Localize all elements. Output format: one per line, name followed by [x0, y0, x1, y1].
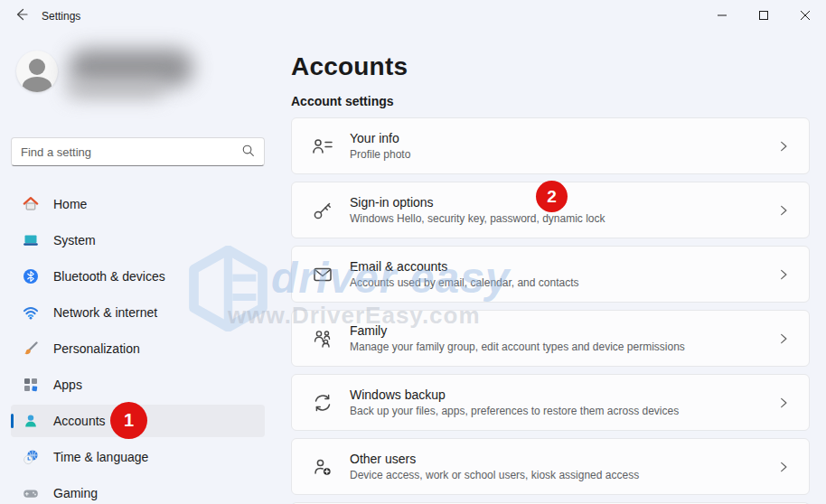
chevron-right-icon — [776, 460, 791, 474]
search-box[interactable] — [11, 137, 265, 166]
back-arrow-icon — [14, 7, 28, 25]
search-icon — [241, 144, 255, 161]
card-email-accounts[interactable]: Email & accounts Accounts used by email,… — [291, 246, 810, 303]
sidebar-item-home[interactable]: Home — [11, 188, 265, 220]
selected-indicator — [11, 414, 14, 428]
card-family[interactable]: Family Manage your family group, edit ac… — [291, 310, 810, 367]
card-title: Family — [350, 323, 685, 338]
sidebar-item-system[interactable]: System — [11, 224, 265, 257]
sidebar-item-label: Bluetooth & devices — [53, 269, 165, 284]
sidebar-item-label: Home — [53, 197, 87, 211]
apps-icon — [23, 377, 39, 393]
sidebar-item-time-language[interactable]: Time & language — [11, 441, 265, 473]
card-subtitle: Manage your family group, edit account t… — [350, 341, 685, 353]
personalization-icon — [23, 341, 39, 357]
home-icon — [23, 196, 39, 212]
card-title: Your info — [350, 131, 410, 145]
maximize-button[interactable] — [743, 0, 784, 33]
sidebar-item-label: Gaming — [53, 486, 98, 500]
step-badge-1: 1 — [110, 402, 147, 439]
window-body: Home System Bluetooth & devices Network … — [0, 33, 826, 504]
sidebar-item-label: Apps — [53, 378, 82, 392]
sidebar-nav: Home System Bluetooth & devices Network … — [0, 188, 276, 504]
sidebar: Home System Bluetooth & devices Network … — [0, 33, 276, 504]
back-button[interactable] — [0, 0, 42, 33]
email-accounts-icon — [312, 264, 333, 285]
card-title: Windows backup — [350, 387, 679, 402]
user-email-blurred — [65, 79, 164, 99]
sidebar-item-apps[interactable]: Apps — [11, 369, 265, 401]
avatar — [16, 51, 58, 92]
sidebar-item-accounts[interactable]: Accounts 1 — [11, 405, 265, 437]
step-badge-2: 2 — [536, 181, 568, 212]
card-subtitle: Device access, work or school users, kio… — [350, 469, 639, 481]
windows-backup-icon — [312, 392, 333, 414]
family-icon — [312, 328, 333, 350]
card-sign-in-options[interactable]: Sign-in options Windows Hello, security … — [291, 182, 810, 238]
chevron-right-icon — [776, 139, 791, 154]
sidebar-item-personalization[interactable]: Personalization — [11, 332, 265, 365]
window-controls — [701, 0, 826, 33]
card-subtitle: Windows Hello, security key, password, d… — [350, 212, 605, 225]
time-language-icon — [23, 449, 39, 465]
card-your-info[interactable]: Your info Profile photo — [291, 117, 810, 174]
sidebar-item-label: System — [53, 233, 96, 247]
card-title: Email & accounts — [350, 259, 578, 274]
card-windows-backup[interactable]: Windows backup Back up your files, apps,… — [291, 374, 810, 431]
search-input[interactable] — [21, 145, 241, 159]
card-subtitle: Profile photo — [350, 148, 410, 161]
close-icon — [800, 8, 811, 24]
sign-in-options-icon — [312, 200, 333, 221]
section-title: Account settings — [291, 94, 810, 108]
user-profile[interactable] — [16, 51, 276, 108]
avatar-head — [29, 59, 45, 75]
sidebar-item-gaming[interactable]: Gaming — [11, 477, 265, 504]
card-other-users[interactable]: Other users Device access, work or schoo… — [291, 438, 810, 495]
sidebar-item-bluetooth[interactable]: Bluetooth & devices — [11, 260, 265, 293]
sidebar-item-label: Accounts — [53, 414, 106, 428]
chevron-right-icon — [776, 396, 791, 410]
sidebar-item-label: Time & language — [53, 450, 148, 464]
accounts-icon — [23, 413, 39, 429]
bluetooth-icon — [23, 268, 39, 285]
close-button[interactable] — [784, 0, 826, 33]
chevron-right-icon — [776, 331, 791, 346]
gaming-icon — [23, 485, 39, 501]
sidebar-item-label: Personalization — [53, 341, 140, 356]
settings-card-list: Your info Profile photo Sign-in options … — [291, 117, 810, 504]
other-users-icon — [312, 456, 333, 478]
minimize-icon — [717, 8, 727, 24]
main-content: Accounts Account settings Your info Prof… — [276, 33, 826, 504]
page-title: Accounts — [291, 52, 810, 81]
card-subtitle: Back up your files, apps, preferences to… — [350, 405, 679, 417]
sidebar-item-network[interactable]: Network & internet — [11, 296, 265, 329]
titlebar: Settings — [0, 0, 826, 33]
card-title: Other users — [350, 452, 639, 466]
card-subtitle: Accounts used by email, calendar, and co… — [350, 276, 578, 289]
minimize-button[interactable] — [701, 0, 743, 33]
avatar-shoulders — [23, 77, 52, 92]
sidebar-item-label: Network & internet — [53, 305, 157, 320]
network-icon — [23, 304, 39, 321]
system-icon — [23, 232, 39, 248]
your-info-icon — [312, 135, 333, 157]
chevron-right-icon — [776, 267, 791, 282]
app-title: Settings — [42, 10, 80, 23]
chevron-right-icon — [776, 203, 791, 218]
maximize-icon — [758, 8, 769, 24]
